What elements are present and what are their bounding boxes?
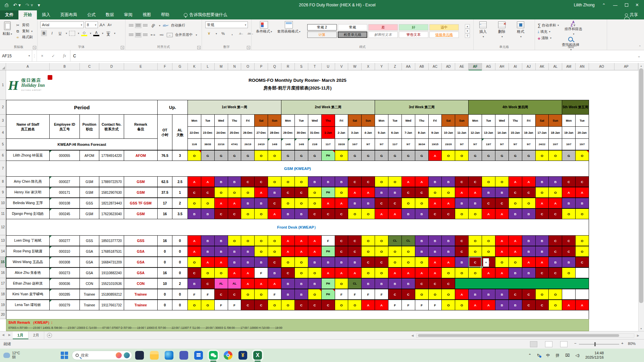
staff-al[interactable]: 0 (172, 235, 188, 246)
shift-cell-A[interactable]: A (429, 198, 442, 208)
row-header-7[interactable]: 7 (0, 161, 6, 176)
vscroll-up-icon[interactable]: ▲ (639, 64, 643, 68)
shift-cell-A[interactable]: A (241, 278, 255, 289)
date-header[interactable]: 8-Jan (415, 127, 429, 139)
shift-cell-C[interactable]: C (322, 300, 335, 310)
shift-cell-O[interactable]: O (335, 300, 348, 310)
staff-name[interactable]: Ethan Zhao 赵梓淇 (6, 278, 50, 289)
zoom-slider-thumb[interactable] (594, 342, 596, 346)
shift-cell-B[interactable]: B (201, 235, 215, 246)
formula-input[interactable]: C (70, 50, 634, 61)
staff-name[interactable]: Belinda Wang 王萍 (6, 198, 50, 208)
forecast-cell[interactable]: 10/7 (562, 139, 576, 150)
col-header-Z[interactable]: Z (388, 63, 402, 70)
forecast-cell[interactable]: 10/7 (549, 139, 562, 150)
cell-style-链接单元格[interactable]: 链接单元格 (429, 32, 459, 38)
col-header-AL[interactable]: AL (549, 63, 562, 70)
day-header[interactable]: Tue (295, 115, 308, 127)
font-size-select[interactable]: 8▾ (85, 21, 98, 28)
shift-cell-O[interactable]: O (375, 176, 388, 187)
shift-cell-G[interactable]: G (469, 150, 482, 161)
weather-widget[interactable]: 12°C阴 (0, 351, 57, 360)
shift-cell-B[interactable]: B (335, 176, 348, 187)
shift-cell-O[interactable]: O (295, 267, 308, 278)
forecast-cell[interactable]: 14/8 (281, 139, 295, 150)
shift-cell-A[interactable]: A (415, 267, 429, 278)
fill-handle[interactable] (481, 266, 483, 268)
shift-cell-G[interactable]: G (522, 150, 536, 161)
shift-cell-O[interactable]: O (188, 198, 201, 208)
day-header[interactable]: Wed (495, 115, 509, 127)
shift-cell-B[interactable]: B (362, 198, 375, 208)
date-header[interactable]: 7-Jan (402, 127, 415, 139)
shift-cell-A[interactable]: A (335, 198, 348, 208)
staff-name[interactable]: Kimi Yuan 袁宇嵘鸣 (6, 289, 50, 300)
shift-cell-O[interactable]: O (429, 289, 442, 300)
shift-cell-C[interactable]: C (228, 208, 241, 219)
row-header-11[interactable]: 11 (0, 208, 6, 219)
day-header[interactable]: Mon (562, 115, 576, 127)
col-header-T[interactable]: T (308, 63, 322, 70)
shift-cell-A[interactable]: A (281, 246, 295, 257)
align-middle-icon[interactable] (136, 24, 141, 27)
col-header-AD[interactable]: AD (442, 63, 455, 70)
shift-cell-C[interactable]: C (482, 198, 495, 208)
grow-font-button[interactable]: A˄ (99, 22, 105, 28)
shift-cell-B[interactable]: B (362, 278, 375, 289)
shift-cell-B[interactable]: B (495, 289, 509, 300)
forecast-cell[interactable]: 11/7 (388, 139, 402, 150)
date-header[interactable]: 18-Jan (549, 127, 562, 139)
gallery-up-icon[interactable]: ▲ (465, 24, 470, 28)
shift-cell-C[interactable]: C (348, 246, 362, 257)
comma-style-icon[interactable]: , (229, 31, 235, 37)
shift-cell-C[interactable]: C (188, 267, 201, 278)
shift-cell-O[interactable]: O (335, 150, 348, 161)
cell-style-警告文本[interactable]: 警告文本 (399, 32, 428, 38)
col-header-AG[interactable]: AG (482, 63, 495, 70)
col-header-F[interactable]: F (158, 63, 172, 70)
forecast-cell[interactable]: 33/28 (335, 139, 348, 150)
forecast-cell[interactable]: 9/7 (495, 139, 509, 150)
col-header-AJ[interactable]: AJ (522, 63, 536, 70)
staff-ot[interactable]: 0 (158, 289, 172, 300)
ime-language-indicator[interactable]: 中 (546, 353, 550, 358)
shift-cell-A[interactable]: A (442, 257, 455, 267)
shift-cell-B[interactable]: B (308, 278, 322, 289)
staff-ot[interactable]: 17 (158, 198, 172, 208)
staff-contact[interactable]: 17889722570 (99, 176, 124, 187)
shift-cell-B[interactable]: B (536, 176, 549, 187)
staff-remark[interactable]: GSM (124, 176, 158, 187)
shift-cell-A[interactable]: A (322, 267, 335, 278)
forecast-cell[interactable]: 22/16 (215, 139, 228, 150)
row-header-20[interactable]: 20 (0, 310, 6, 319)
shift-cell-O[interactable]: O (281, 176, 295, 187)
staff-remark[interactable]: AFOM (124, 150, 158, 161)
date-header[interactable]: 25-Dec (228, 127, 241, 139)
staff-al[interactable]: 3 (172, 150, 188, 161)
col-header-V[interactable]: V (335, 63, 348, 70)
shift-cell-C[interactable]: C (362, 176, 375, 187)
shrink-font-button[interactable]: A˅ (107, 22, 113, 28)
row-header-13[interactable]: 13 (0, 235, 6, 246)
shift-cell-A[interactable]: A (215, 257, 228, 267)
shift-cell-B[interactable]: B (429, 235, 442, 246)
shift-cell-B[interactable]: B (322, 257, 335, 267)
shift-cell-B[interactable]: B (522, 267, 536, 278)
shift-cell-O[interactable]: O (455, 300, 469, 310)
shift-cell-C[interactable]: C (348, 176, 362, 187)
shift-cell-PH[interactable]: PH (322, 278, 335, 289)
shift-cell-C[interactable]: C (348, 235, 362, 246)
format-painter-button[interactable]: ⌯格式刷 (15, 34, 33, 40)
shift-cell-C[interactable]: C (429, 278, 442, 289)
shift-cell-A[interactable]: A (522, 176, 536, 187)
shift-cell-F[interactable]: F (201, 289, 215, 300)
shift-cell-O[interactable]: O (201, 300, 215, 310)
staff-al[interactable]: 0 (172, 257, 188, 267)
shift-cell-A[interactable]: A (308, 235, 322, 246)
shift-cell-F[interactable]: F (362, 289, 375, 300)
shift-cell-C[interactable]: C (335, 208, 348, 219)
date-header[interactable]: 17-Jan (536, 127, 549, 139)
shift-cell-A[interactable]: A (188, 176, 201, 187)
col-header-M[interactable]: M (215, 63, 228, 70)
shift-cell-B[interactable]: B (536, 246, 549, 257)
